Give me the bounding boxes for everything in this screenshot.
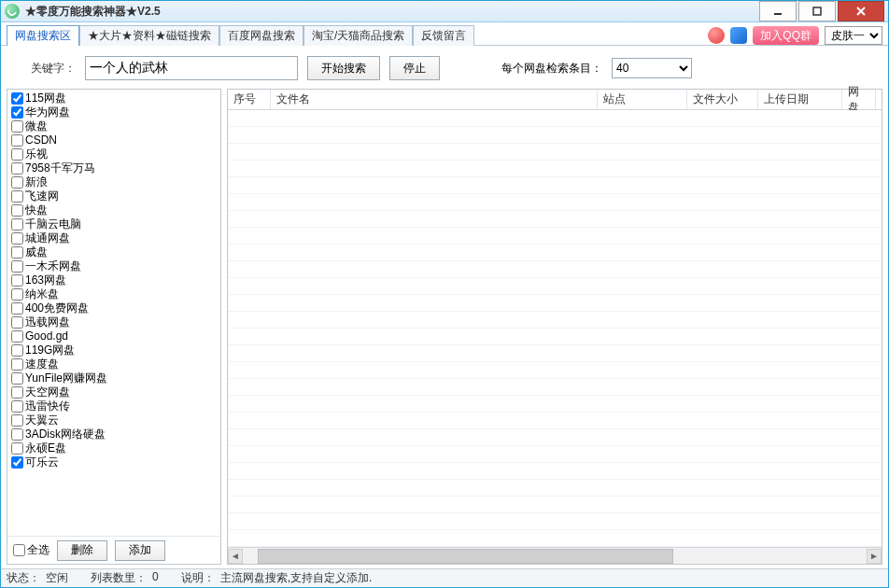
source-item-14[interactable]: 纳米盘 xyxy=(11,287,217,301)
source-checkbox[interactable] xyxy=(11,386,23,399)
source-label: 华为网盘 xyxy=(25,105,70,119)
source-checkbox[interactable] xyxy=(11,302,23,315)
tab-4[interactable]: 反馈留言 xyxy=(413,25,474,46)
keyword-input[interactable] xyxy=(85,56,298,80)
source-checkbox[interactable] xyxy=(11,120,23,133)
source-item-26[interactable]: 可乐云 xyxy=(11,455,217,469)
tab-0[interactable]: 网盘搜索区 xyxy=(7,25,79,46)
source-item-3[interactable]: CSDN xyxy=(11,133,217,147)
minimize-button[interactable] xyxy=(759,1,797,21)
source-list[interactable]: 115网盘华为网盘微盘CSDN乐视7958千军万马新浪飞速网快盘千脑云电脑城通网… xyxy=(7,90,220,536)
source-item-11[interactable]: 威盘 xyxy=(11,245,217,259)
maximize-button[interactable] xyxy=(798,1,836,21)
table-row xyxy=(228,345,882,362)
source-label: 400免费网盘 xyxy=(25,301,89,315)
source-item-13[interactable]: 163网盘 xyxy=(11,273,217,287)
scroll-left-arrow[interactable]: ◄ xyxy=(228,549,243,564)
source-checkbox[interactable] xyxy=(11,106,23,119)
source-item-18[interactable]: 119G网盘 xyxy=(11,343,217,357)
add-button[interactable]: 添加 xyxy=(115,540,165,561)
source-item-0[interactable]: 115网盘 xyxy=(11,91,217,105)
source-checkbox[interactable] xyxy=(11,274,23,287)
source-actions: 全选 删除 添加 xyxy=(7,536,220,564)
scroll-thumb[interactable] xyxy=(258,549,673,564)
source-item-12[interactable]: 一木禾网盘 xyxy=(11,259,217,273)
app-window: ★零度万能搜索神器★V2.5 网盘搜索区★大片★资料★磁链搜索百度网盘搜索淘宝/… xyxy=(0,0,889,588)
source-checkbox[interactable] xyxy=(11,358,23,371)
column-size[interactable]: 文件大小 xyxy=(687,90,758,109)
source-label: 永硕E盘 xyxy=(25,441,66,455)
select-all-input[interactable] xyxy=(13,544,25,556)
source-item-4[interactable]: 乐视 xyxy=(11,147,217,161)
column-pan[interactable]: 网盘 xyxy=(842,90,876,109)
column-filename[interactable]: 文件名 xyxy=(271,90,598,109)
source-label: 3ADisk网络硬盘 xyxy=(25,427,106,441)
source-item-19[interactable]: 速度盘 xyxy=(11,357,217,371)
source-checkbox[interactable] xyxy=(11,442,23,455)
stop-button[interactable]: 停止 xyxy=(389,56,440,80)
scroll-track[interactable] xyxy=(258,549,852,564)
source-item-20[interactable]: YunFile网赚网盘 xyxy=(11,371,217,385)
tab-2[interactable]: 百度网盘搜索 xyxy=(219,25,303,46)
source-item-9[interactable]: 千脑云电脑 xyxy=(11,217,217,231)
qq-group-icon[interactable] xyxy=(730,27,747,44)
tab-3[interactable]: 淘宝/天猫商品搜索 xyxy=(303,25,413,46)
per-count-select[interactable]: 40 xyxy=(612,58,692,78)
source-item-6[interactable]: 新浪 xyxy=(11,175,217,189)
source-checkbox[interactable] xyxy=(11,190,23,203)
source-checkbox[interactable] xyxy=(11,176,23,189)
source-pane: 115网盘华为网盘微盘CSDN乐视7958千军万马新浪飞速网快盘千脑云电脑城通网… xyxy=(7,89,221,565)
source-item-17[interactable]: Good.gd xyxy=(11,329,217,343)
source-item-10[interactable]: 城通网盘 xyxy=(11,231,217,245)
source-checkbox[interactable] xyxy=(11,204,23,217)
source-item-23[interactable]: 天翼云 xyxy=(11,413,217,427)
source-item-22[interactable]: 迅雷快传 xyxy=(11,399,217,413)
skin-select[interactable]: 皮肤一 xyxy=(825,26,882,45)
delete-button[interactable]: 删除 xyxy=(57,540,107,561)
source-item-21[interactable]: 天空网盘 xyxy=(11,385,217,399)
source-item-8[interactable]: 快盘 xyxy=(11,203,217,217)
tab-1[interactable]: ★大片★资料★磁链搜索 xyxy=(79,25,219,46)
table-row xyxy=(228,480,882,497)
source-checkbox[interactable] xyxy=(11,316,23,329)
source-item-5[interactable]: 7958千军万马 xyxy=(11,161,217,175)
source-checkbox[interactable] xyxy=(11,134,23,147)
source-checkbox[interactable] xyxy=(11,414,23,427)
close-button[interactable] xyxy=(838,1,884,21)
start-search-button[interactable]: 开始搜索 xyxy=(307,56,380,80)
window-title: ★零度万能搜索神器★V2.5 xyxy=(25,4,161,20)
horizontal-scrollbar[interactable]: ◄ ► xyxy=(228,547,882,564)
source-checkbox[interactable] xyxy=(11,372,23,385)
source-checkbox[interactable] xyxy=(11,92,23,105)
table-row xyxy=(228,110,882,127)
source-checkbox[interactable] xyxy=(11,148,23,161)
qq-penguin-icon[interactable] xyxy=(708,27,725,44)
select-all-checkbox[interactable]: 全选 xyxy=(13,543,49,557)
source-item-25[interactable]: 永硕E盘 xyxy=(11,441,217,455)
source-item-7[interactable]: 飞速网 xyxy=(11,189,217,203)
source-checkbox[interactable] xyxy=(11,344,23,357)
source-checkbox[interactable] xyxy=(11,456,23,469)
source-checkbox[interactable] xyxy=(11,162,23,175)
source-item-24[interactable]: 3ADisk网络硬盘 xyxy=(11,427,217,441)
results-body[interactable] xyxy=(228,110,882,547)
titlebar[interactable]: ★零度万能搜索神器★V2.5 xyxy=(1,1,888,22)
source-checkbox[interactable] xyxy=(11,246,23,259)
column-date[interactable]: 上传日期 xyxy=(758,90,842,109)
source-item-16[interactable]: 迅载网盘 xyxy=(11,315,217,329)
scroll-right-arrow[interactable]: ► xyxy=(867,549,882,564)
source-checkbox[interactable] xyxy=(11,288,23,301)
join-qq-group-button[interactable]: 加入QQ群 xyxy=(753,26,819,45)
source-checkbox[interactable] xyxy=(11,428,23,441)
column-index[interactable]: 序号 xyxy=(228,90,271,109)
source-item-15[interactable]: 400免费网盘 xyxy=(11,301,217,315)
source-checkbox[interactable] xyxy=(11,260,23,273)
source-checkbox[interactable] xyxy=(11,330,23,343)
source-checkbox[interactable] xyxy=(11,218,23,231)
source-item-1[interactable]: 华为网盘 xyxy=(11,105,217,119)
column-site[interactable]: 站点 xyxy=(598,90,687,109)
source-checkbox[interactable] xyxy=(11,400,23,413)
source-item-2[interactable]: 微盘 xyxy=(11,119,217,133)
table-row xyxy=(228,446,882,463)
source-checkbox[interactable] xyxy=(11,232,23,245)
